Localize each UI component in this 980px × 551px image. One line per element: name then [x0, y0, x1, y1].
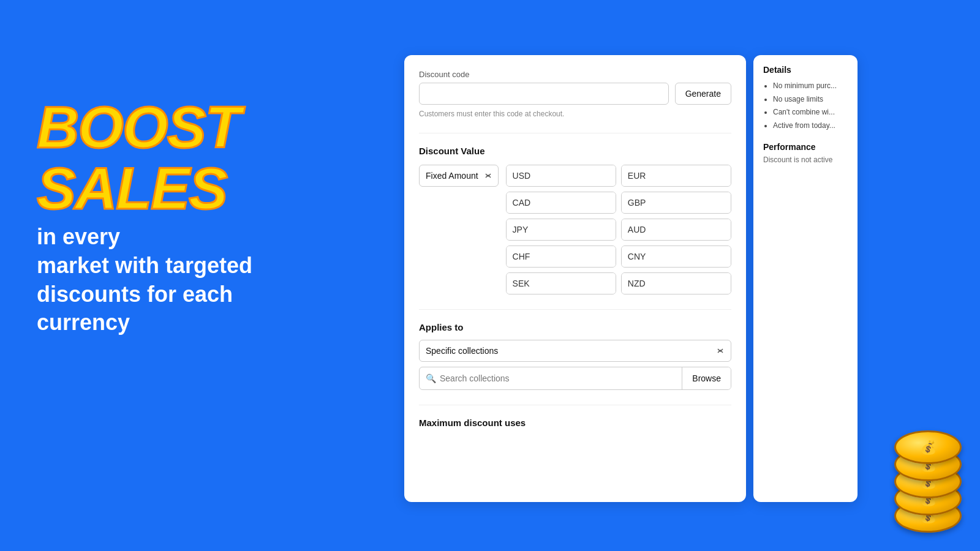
applies-to-section: Applies to Specific collections 🔍 Browse [419, 322, 731, 390]
currency-input-aud[interactable] [622, 219, 731, 240]
performance-text: Discount is not active [763, 156, 848, 164]
details-sidebar: Details No minimum purc... No usage limi… [753, 55, 858, 502]
browse-button[interactable]: Browse [682, 367, 731, 389]
discount-code-section: Discount code Generate Customers must en… [419, 70, 731, 118]
currency-field-cny: × [621, 246, 731, 268]
currency-field-aud: × [621, 219, 731, 241]
details-item-2: No usage limits [773, 93, 848, 107]
details-list: No minimum purc... No usage limits Can't… [763, 80, 848, 132]
currency-field-gbp: × [621, 192, 731, 214]
currency-input-jpy[interactable] [507, 219, 616, 240]
sales-text: SALES [37, 159, 227, 218]
currency-input-nzd[interactable] [622, 273, 731, 294]
boost-text: BOOST [37, 98, 380, 157]
search-row: 🔍 Browse [419, 367, 731, 390]
currency-field-cad: × [506, 192, 616, 214]
currency-field-usd: × [506, 165, 616, 187]
discount-hint: Customers must enter this code at checko… [419, 110, 731, 118]
discount-value-title: Discount Value [419, 146, 731, 156]
discount-code-row: Generate [419, 83, 731, 105]
fixed-amount-label: Fixed Amount [426, 171, 478, 181]
currency-input-usd[interactable] [507, 165, 616, 186]
collections-chevron-icon [716, 346, 725, 356]
currency-field-nzd: × [621, 272, 731, 294]
currency-input-sek[interactable] [507, 273, 616, 294]
ui-area: Discount code Generate Customers must en… [404, 55, 858, 502]
performance-title: Performance [763, 142, 848, 152]
divider-3 [419, 405, 731, 405]
coin-stack: 💰 💰 💰 💰 💰 [888, 435, 968, 533]
generate-button[interactable]: Generate [675, 83, 731, 105]
specific-collections-label: Specific collections [426, 346, 498, 356]
details-item-4: Active from today... [773, 119, 848, 133]
divider-2 [419, 309, 731, 310]
select-chevron-icon [484, 171, 492, 181]
currency-input-gbp[interactable] [622, 192, 731, 213]
details-item-1: No minimum purc... [773, 80, 848, 93]
discount-value-section: Discount Value Fixed Amount × [419, 146, 731, 294]
fixed-amount-select[interactable]: Fixed Amount [419, 165, 499, 187]
currency-input-cny[interactable] [622, 246, 731, 267]
max-discount-section: Maximum discount uses [419, 418, 731, 428]
max-discount-title: Maximum discount uses [419, 418, 731, 428]
discount-value-row: Fixed Amount × × [419, 165, 731, 294]
subtitle-text: in every market with targeted discounts … [37, 223, 380, 337]
currency-input-chf[interactable] [507, 246, 616, 267]
currency-input-cad[interactable] [507, 192, 616, 213]
currency-field-jpy: × [506, 219, 616, 241]
currency-field-chf: × [506, 246, 616, 268]
left-content: BOOST SALES in every market with targete… [37, 98, 380, 337]
applies-to-title: Applies to [419, 322, 731, 332]
currency-field-sek: × [506, 272, 616, 294]
currency-field-eur: × [621, 165, 731, 187]
discount-code-label: Discount code [419, 70, 731, 79]
search-icon: 🔍 [426, 373, 436, 383]
coin-5: 💰 [894, 430, 962, 464]
discount-code-input[interactable] [419, 83, 669, 105]
search-collections-input[interactable] [440, 367, 676, 389]
specific-collections-select[interactable]: Specific collections [419, 340, 731, 362]
divider-1 [419, 133, 731, 133]
details-item-3: Can't combine wi... [773, 106, 848, 119]
details-title: Details [763, 65, 848, 75]
currency-grid: × × × × [506, 165, 731, 294]
search-input-wrap: 🔍 [420, 367, 682, 389]
currency-input-eur[interactable] [622, 165, 731, 186]
main-card: Discount code Generate Customers must en… [404, 55, 746, 502]
